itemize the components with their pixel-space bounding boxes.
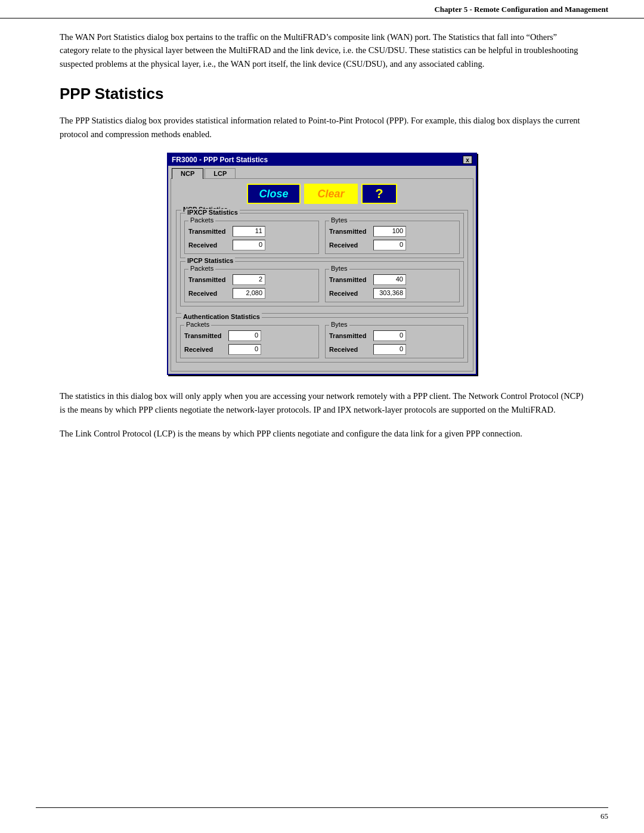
intro-paragraph: The WAN Port Statistics dialog box perta… [60, 30, 584, 70]
ipxcp-bytes-transmitted-label: Transmitted [329, 228, 371, 235]
section-description: The PPP Statistics dialog box provides s… [60, 114, 584, 141]
ipcp-bytes-received-label: Received [329, 290, 371, 297]
auth-bytes-received-row: Received 0 [329, 344, 460, 355]
ipcp-packets-group: Packets Transmitted 2 Received 2,080 [184, 269, 319, 302]
page-footer: 65 [36, 807, 608, 821]
ipxcp-packets-received-label: Received [188, 241, 230, 249]
auth-stats-row: Packets Transmitted 0 Received 0 [180, 325, 464, 358]
auth-bytes-received-value: 0 [373, 344, 406, 355]
ipxcp-statistics-label: IPXCP Statistics [185, 209, 240, 216]
ipxcp-bytes-received-value: 0 [373, 240, 406, 250]
ipcp-bytes-transmitted-value: 40 [373, 274, 406, 285]
auth-packets-label: Packets [184, 321, 211, 328]
chapter-label: Chapter 5 - Remote Configuration and Man… [434, 5, 608, 14]
content-area: The WAN Port Statistics dialog box perta… [0, 18, 644, 487]
dialog-titlebar: FR3000 - PPP Port Statistics x [168, 154, 476, 166]
auth-statistics-label: Authentication Statistics [181, 313, 262, 320]
ipcp-statistics-group: IPCP Statistics Packets Transmitted 2 [180, 261, 464, 306]
ipxcp-packets-received-row: Received 0 [188, 240, 315, 250]
help-button-label: ? [375, 186, 383, 202]
auth-packets-transmitted-label: Transmitted [184, 332, 226, 339]
auth-bytes-transmitted-label: Transmitted [329, 332, 371, 339]
ipxcp-bytes-group: Bytes Transmitted 100 Received 0 [325, 221, 460, 254]
auth-statistics-group: Authentication Statistics Packets Transm… [176, 317, 468, 363]
section-heading: PPP Statistics [60, 85, 584, 103]
ipcp-bytes-received-value: 303,368 [373, 288, 406, 299]
ipcp-bytes-transmitted-row: Transmitted 40 [329, 274, 456, 285]
tab-ncp-label: NCP [181, 170, 194, 177]
ipcp-bytes-received-row: Received 303,368 [329, 288, 456, 299]
footer-paragraph-1: The statistics in this dialog box will o… [60, 389, 584, 416]
ipcp-packets-received-row: Received 2,080 [188, 288, 315, 299]
ipxcp-bytes-received-label: Received [329, 241, 371, 249]
help-button[interactable]: ? [361, 184, 397, 204]
auth-bytes-group: Bytes Transmitted 0 Received 0 [325, 325, 464, 358]
ipxcp-packets-transmitted-row: Transmitted 11 [188, 226, 315, 237]
ipxcp-bytes-transmitted-value: 100 [373, 226, 406, 237]
dialog-close-x-label: x [466, 157, 469, 163]
footer-paragraph-2: The Link Control Protocol (LCP) is the m… [60, 427, 584, 440]
ipxcp-statistics-group: IPXCP Statistics Packets Transmitted 11 [180, 213, 464, 258]
close-button-label: Close [259, 188, 288, 200]
dialog-title: FR3000 - PPP Port Statistics [172, 156, 268, 164]
dialog-wrapper: FR3000 - PPP Port Statistics x NCP LCP [60, 153, 584, 375]
ipcp-packets-transmitted-value: 2 [233, 274, 265, 285]
tab-lcp-label: LCP [213, 170, 227, 177]
ncp-statistics-group: NCP Statistics IPXCP Statistics Packets … [176, 210, 468, 314]
dialog-close-x-button[interactable]: x [463, 156, 472, 164]
clear-button[interactable]: Clear [304, 184, 358, 204]
ipcp-stats-row: Packets Transmitted 2 Received 2,080 [184, 269, 460, 302]
auth-packets-received-value: 0 [228, 344, 261, 355]
auth-packets-transmitted-row: Transmitted 0 [184, 330, 315, 341]
ipcp-packets-transmitted-row: Transmitted 2 [188, 274, 315, 285]
page-number: 65 [600, 812, 608, 821]
dialog-box: FR3000 - PPP Port Statistics x NCP LCP [167, 153, 477, 375]
ipcp-packets-received-label: Received [188, 290, 230, 297]
auth-packets-received-row: Received 0 [184, 344, 315, 355]
chapter-header: Chapter 5 - Remote Configuration and Man… [0, 0, 644, 18]
auth-packets-group: Packets Transmitted 0 Received 0 [180, 325, 319, 358]
ipxcp-packets-received-value: 0 [233, 240, 265, 250]
auth-packets-received-label: Received [184, 346, 226, 353]
ipcp-packets-received-value: 2,080 [233, 288, 265, 299]
tab-ncp[interactable]: NCP [172, 168, 203, 179]
ipcp-packets-transmitted-label: Transmitted [188, 276, 230, 283]
action-buttons: Close Clear ? [176, 184, 468, 204]
auth-bytes-label: Bytes [329, 321, 349, 328]
ipxcp-bytes-received-row: Received 0 [329, 240, 456, 250]
ipxcp-packets-group: Packets Transmitted 11 Received 0 [184, 221, 319, 254]
ipxcp-packets-transmitted-label: Transmitted [188, 228, 230, 235]
ipxcp-packets-transmitted-value: 11 [233, 226, 265, 237]
auth-bytes-transmitted-value: 0 [373, 330, 406, 341]
ipcp-statistics-label: IPCP Statistics [185, 257, 235, 264]
tab-lcp[interactable]: LCP [205, 168, 236, 178]
auth-packets-transmitted-value: 0 [228, 330, 261, 341]
auth-bytes-received-label: Received [329, 346, 371, 353]
ipxcp-packets-label: Packets [188, 216, 215, 224]
page-container: Chapter 5 - Remote Configuration and Man… [0, 0, 644, 833]
dialog-tabs: NCP LCP [168, 166, 476, 178]
ipcp-bytes-group: Bytes Transmitted 40 Received 303,368 [325, 269, 460, 302]
ipxcp-stats-row: Packets Transmitted 11 Received 0 [184, 221, 460, 254]
dialog-content: Close Clear ? NCP Statistics [171, 178, 473, 371]
auth-bytes-transmitted-row: Transmitted 0 [329, 330, 460, 341]
ipxcp-bytes-label: Bytes [329, 216, 349, 224]
ipcp-bytes-label: Bytes [329, 265, 349, 272]
ipxcp-bytes-transmitted-row: Transmitted 100 [329, 226, 456, 237]
clear-button-label: Clear [317, 188, 344, 200]
close-button[interactable]: Close [247, 184, 301, 204]
ipcp-packets-label: Packets [188, 265, 215, 272]
ipcp-bytes-transmitted-label: Transmitted [329, 276, 371, 283]
